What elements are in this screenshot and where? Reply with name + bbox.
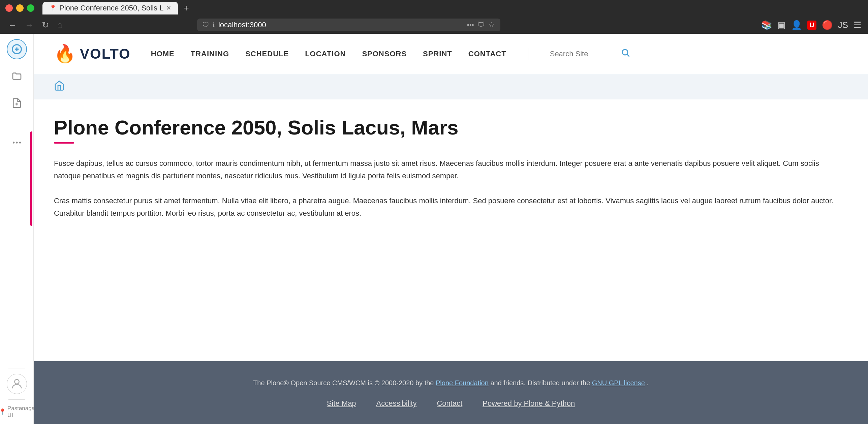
extension-icon[interactable]: U <box>807 21 816 30</box>
footer-contact-link[interactable]: Contact <box>437 399 462 408</box>
pin-icon: 📍 <box>0 408 6 416</box>
footer-text-3: . <box>647 379 649 387</box>
nav-home[interactable]: HOME <box>151 50 175 58</box>
svg-point-3 <box>13 142 14 143</box>
new-tab-button[interactable]: + <box>183 3 189 13</box>
footer-sitemap-link[interactable]: Site Map <box>327 399 356 408</box>
js-icon[interactable]: JS <box>838 20 848 30</box>
main-nav: HOME TRAINING SCHEDULE LOCATION SPONSORS… <box>151 48 848 60</box>
website: 📍 Pastanaga UI 🔥 VOLTO HOME TRAINING SCH… <box>0 34 868 424</box>
folder-icon-button[interactable] <box>7 66 27 86</box>
nav-location[interactable]: LOCATION <box>305 50 346 58</box>
minimize-button[interactable] <box>16 4 24 12</box>
svg-point-6 <box>14 380 19 384</box>
more-options-icon-button[interactable] <box>7 132 27 153</box>
footer-text-before: The Plone® Open Source CMS/WCM is © 2000… <box>253 379 434 387</box>
search-area <box>550 48 630 60</box>
sidebar-bottom: 📍 Pastanaga UI <box>0 365 35 419</box>
nav-sprint[interactable]: SPRINT <box>423 50 452 58</box>
sidebar-top <box>7 39 27 363</box>
home-button[interactable]: ⌂ <box>56 19 64 32</box>
tab-bar: 📍 Plone Conference 2050, Solis L ✕ + <box>0 0 868 16</box>
sidebar-toggle-icon[interactable]: ▣ <box>777 20 786 30</box>
sidebar-user-divider <box>8 399 25 400</box>
back-button[interactable]: ← <box>7 19 18 32</box>
logo-text: VOLTO <box>80 46 131 62</box>
url-more-icon: ••• <box>467 21 474 29</box>
page-body: Plone Conference 2050, Solis Lacus, Mars… <box>34 99 868 361</box>
nav-schedule[interactable]: SCHEDULE <box>245 50 289 58</box>
info-icon: ℹ <box>213 21 215 29</box>
tab-favicon-icon: 📍 <box>49 4 57 12</box>
user-avatar[interactable] <box>7 374 27 394</box>
url-text: localhost:3000 <box>218 21 464 29</box>
menu-icon[interactable]: ☰ <box>854 20 861 30</box>
pastanaga-text: Pastanaga UI <box>7 405 35 419</box>
maximize-button[interactable] <box>27 4 34 12</box>
sidebar-bottom-divider <box>8 368 25 368</box>
page-paragraph-1: Fusce dapibus, tellus ac cursus commodo,… <box>54 157 848 182</box>
tab-title: Plone Conference 2050, Solis L <box>59 4 163 12</box>
footer-text-2: and friends. Distributed under the <box>490 379 590 387</box>
breadcrumb-home-icon[interactable] <box>54 80 65 93</box>
close-button[interactable] <box>5 4 13 12</box>
footer-accessibility-link[interactable]: Accessibility <box>376 399 417 408</box>
forward-button[interactable]: → <box>24 19 35 32</box>
sidebar-divider <box>8 123 25 123</box>
address-bar: ← → ↻ ⌂ 🛡 ℹ localhost:3000 ••• 🛡 ☆ 📚 ▣ 👤… <box>0 16 868 34</box>
account-icon[interactable]: 👤 <box>791 20 802 30</box>
logo-icon: 🔥 <box>54 43 76 64</box>
browser-right-icons: 📚 ▣ 👤 U 🔴 JS ☰ <box>761 20 861 30</box>
site-header: 🔥 VOLTO HOME TRAINING SCHEDULE LOCATION … <box>34 34 868 74</box>
active-tab[interactable]: 📍 Plone Conference 2050, Solis L ✕ <box>42 2 178 14</box>
library-icon[interactable]: 📚 <box>761 20 772 30</box>
nav-sponsors[interactable]: SPONSORS <box>362 50 407 58</box>
search-input[interactable] <box>550 50 617 58</box>
window-controls <box>5 4 34 12</box>
nav-contact[interactable]: CONTACT <box>468 50 506 58</box>
page-title: Plone Conference 2050, Solis Lacus, Mars <box>54 116 848 140</box>
footer-nav: Site Map Accessibility Contact Powered b… <box>54 399 848 408</box>
breadcrumb-bar <box>34 74 868 99</box>
edit-icon-button[interactable] <box>7 39 27 59</box>
nav-separator <box>528 48 528 60</box>
svg-point-4 <box>16 142 18 143</box>
page-paragraph-2: Cras mattis consectetur purus sit amet f… <box>54 194 848 220</box>
shield-icon: 🛡 <box>203 21 209 29</box>
cms-sidebar: 📍 Pastanaga UI <box>0 34 34 424</box>
site-footer: The Plone® Open Source CMS/WCM is © 2000… <box>34 361 868 424</box>
footer-text: The Plone® Open Source CMS/WCM is © 2000… <box>54 377 848 388</box>
tab-close-icon[interactable]: ✕ <box>166 4 171 12</box>
footer-plone-foundation-link[interactable]: Plone Foundation <box>436 379 489 387</box>
star-icon[interactable]: ☆ <box>488 21 495 29</box>
svg-point-5 <box>19 142 21 143</box>
title-underline <box>54 142 74 144</box>
footer-powered-link[interactable]: Powered by Plone & Python <box>483 399 575 408</box>
browser-chrome: 📍 Plone Conference 2050, Solis L ✕ + ← →… <box>0 0 868 34</box>
footer-license-link[interactable]: GNU GPL license <box>592 379 645 387</box>
svg-point-7 <box>622 50 627 55</box>
cms-left-bar <box>30 131 32 226</box>
extension2-icon[interactable]: 🔴 <box>822 20 833 30</box>
logo[interactable]: 🔥 VOLTO <box>54 43 131 64</box>
reload-button[interactable]: ↻ <box>40 19 51 32</box>
bookmark-shield-icon[interactable]: 🛡 <box>477 21 485 29</box>
url-bar[interactable]: 🛡 ℹ localhost:3000 ••• 🛡 ☆ <box>197 19 500 31</box>
main-content: 🔥 VOLTO HOME TRAINING SCHEDULE LOCATION … <box>34 34 868 424</box>
nav-training[interactable]: TRAINING <box>191 50 229 58</box>
search-button[interactable] <box>621 48 630 60</box>
add-document-icon-button[interactable] <box>7 93 27 113</box>
pastanaga-label: 📍 Pastanaga UI <box>0 405 35 419</box>
svg-line-8 <box>627 54 629 56</box>
